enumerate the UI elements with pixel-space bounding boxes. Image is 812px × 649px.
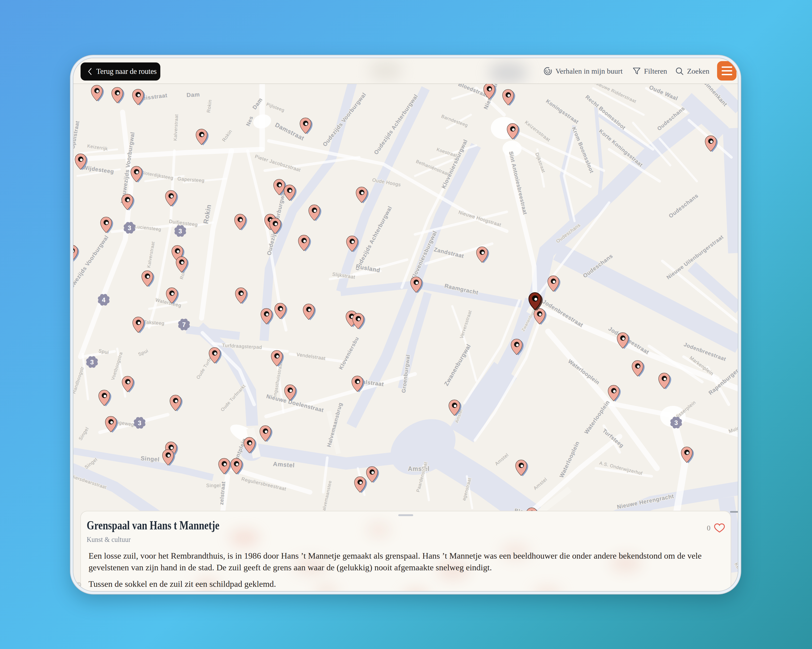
- svg-text:Singel: Singel: [206, 483, 221, 488]
- svg-text:Singel: Singel: [140, 455, 160, 463]
- svg-text:3: 3: [90, 358, 93, 366]
- svg-text:Dam: Dam: [186, 91, 200, 99]
- svg-text:3: 3: [674, 419, 678, 426]
- svg-text:3: 3: [128, 224, 131, 232]
- svg-text:4: 4: [102, 296, 105, 303]
- svg-text:3: 3: [179, 227, 182, 235]
- svg-text:3: 3: [138, 419, 141, 427]
- svg-text:7: 7: [182, 321, 186, 328]
